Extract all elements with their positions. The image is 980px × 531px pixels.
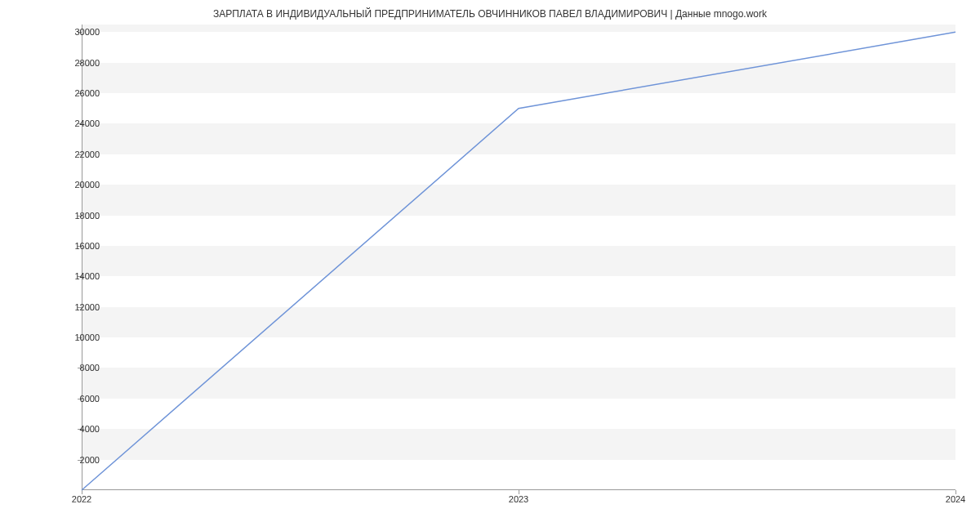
y-tick-label: 28000 <box>74 58 100 68</box>
x-tick-label: 2024 <box>946 494 965 504</box>
y-tick-label: 24000 <box>74 118 100 128</box>
y-tick-label: 12000 <box>74 302 100 312</box>
y-tick-label: 16000 <box>74 241 100 251</box>
y-tick-label: 10000 <box>74 332 100 342</box>
y-tick-label: 6000 <box>80 394 100 404</box>
y-tick-label: 30000 <box>74 27 100 37</box>
y-tick-label: 2000 <box>80 455 100 465</box>
plot-area <box>82 25 956 490</box>
line-series <box>82 25 956 490</box>
x-tick-label: 2022 <box>72 494 91 504</box>
y-tick-label: 8000 <box>80 363 100 373</box>
y-tick-label: 4000 <box>80 424 100 434</box>
y-tick-label: 18000 <box>74 211 100 221</box>
y-tick-label: 14000 <box>74 271 100 281</box>
x-tick-label: 2023 <box>509 494 528 504</box>
chart-title: ЗАРПЛАТА В ИНДИВИДУАЛЬНЫЙ ПРЕДПРИНИМАТЕЛ… <box>0 8 980 20</box>
y-tick-label: 20000 <box>74 180 100 190</box>
y-tick-label: 26000 <box>74 88 100 98</box>
y-tick-label: 22000 <box>74 149 100 159</box>
